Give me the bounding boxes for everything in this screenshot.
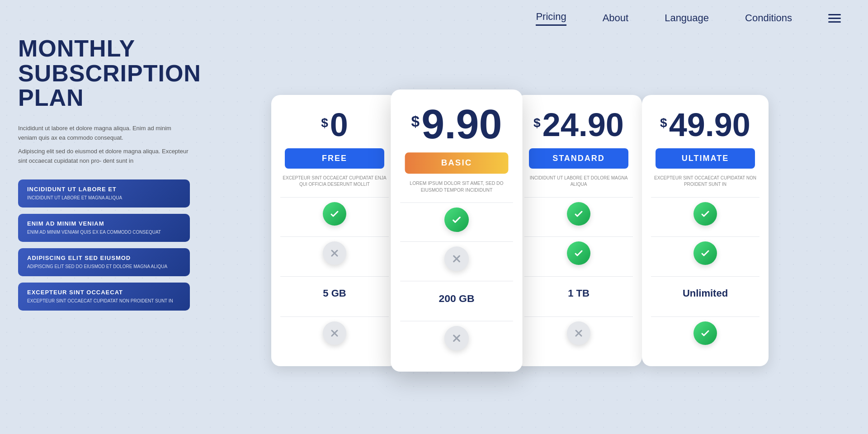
check-no-icon bbox=[323, 241, 346, 265]
price-dollar-0: $ bbox=[321, 116, 328, 130]
feature-row-3-0 bbox=[651, 197, 760, 230]
feature-desc-4: EXCEPTEUR SINT OCCAECAT CUPIDATAT NON PR… bbox=[27, 298, 181, 304]
feature-row-3-1 bbox=[651, 236, 760, 269]
nav-language[interactable]: Language bbox=[665, 12, 709, 24]
feature-row-3-3 bbox=[651, 316, 760, 349]
feature-row-2-3 bbox=[524, 316, 633, 349]
feature-item-1: INCIDIDUNT UT LABORE ET INCIDIDUNT UT LA… bbox=[18, 179, 190, 208]
feature-title-1: INCIDIDUNT UT LABORE ET bbox=[27, 186, 181, 193]
nav-about[interactable]: About bbox=[603, 12, 629, 24]
subtitle-1: Incididunt ut labore et dolore magna ali… bbox=[18, 124, 190, 143]
check-yes-icon bbox=[693, 241, 717, 265]
feature-title-4: EXCEPTEUR SINT OCCAECAT bbox=[27, 289, 181, 296]
check-yes-icon bbox=[444, 208, 469, 232]
feature-row-2-1 bbox=[524, 236, 633, 269]
feature-desc-1: INCIDIDUNT UT LABORE ET MAGNA ALIQUA bbox=[27, 195, 181, 201]
plan-badge-standard[interactable]: STANDARD bbox=[529, 148, 628, 169]
plans-container: $0FREEEXCEPTEUR SINT OCCAECAT CUPIDATAT … bbox=[271, 95, 769, 366]
plan-card-basic[interactable]: $9.90BASICLOREM IPSUM DOLOR SIT AMET, SE… bbox=[391, 90, 522, 372]
storage-value-0-2: 5 GB bbox=[323, 281, 346, 306]
feature-row-1-0 bbox=[400, 203, 513, 237]
plan-card-free[interactable]: $0FREEEXCEPTEUR SINT OCCAECAT CUPIDATAT … bbox=[271, 95, 398, 366]
feature-desc-3: ADIPISCING ELIT SED DO EIUSMOD ET DOLORE… bbox=[27, 264, 181, 270]
subtitle-2: Adipiscing elit sed do eiusmod et dolore… bbox=[18, 147, 190, 166]
feature-row-0-1 bbox=[280, 236, 389, 269]
storage-value-1-2: 200 GB bbox=[439, 286, 475, 311]
feature-row-3-2: Unlimited bbox=[651, 276, 760, 310]
features-rows-3: Unlimited bbox=[651, 194, 760, 353]
features-rows-0: 5 GB bbox=[280, 194, 389, 353]
price-dollar-1: $ bbox=[411, 113, 420, 130]
plan-card-ultimate[interactable]: $49.90ULTIMATEEXCEPTEUR SINT OCCAECAT CU… bbox=[642, 95, 769, 366]
feature-row-0-2: 5 GB bbox=[280, 276, 389, 310]
feature-item-2: ENIM AD MINIM VENIAM ENIM AD MINIM VENIA… bbox=[18, 214, 190, 242]
feature-row-1-2: 200 GB bbox=[400, 281, 513, 316]
plan-badge-free[interactable]: FREE bbox=[285, 148, 384, 169]
feature-row-0-0 bbox=[280, 197, 389, 230]
price-area-3: $49.90 bbox=[660, 108, 750, 141]
plan-desc-0: EXCEPTEUR SINT OCCAECAT CUPIDATAT ENJA Q… bbox=[280, 175, 389, 189]
price-area-0: $0 bbox=[321, 108, 348, 141]
page-title: MONTHLYSUBSCRIPTIONPLAN bbox=[18, 36, 190, 110]
feature-row-0-3 bbox=[280, 316, 389, 349]
plan-desc-1: LOREM IPSUM DOLOR SIT AMET, SED DO EIUSM… bbox=[400, 180, 513, 195]
features-rows-1: 200 GB bbox=[400, 200, 513, 357]
check-no-icon bbox=[567, 321, 590, 345]
hamburger-menu[interactable] bbox=[828, 14, 841, 23]
price-dollar-3: $ bbox=[660, 116, 667, 130]
plan-badge-basic[interactable]: BASIC bbox=[405, 152, 509, 174]
left-section: MONTHLYSUBSCRIPTIONPLAN Incididunt ut la… bbox=[18, 36, 190, 311]
feature-item-3: ADIPISCING ELIT SED EIUSMOD ADIPISCING E… bbox=[18, 248, 190, 276]
features-rows-2: 1 TB bbox=[524, 194, 633, 353]
nav-conditions[interactable]: Conditions bbox=[745, 12, 792, 24]
feature-row-1-3 bbox=[400, 321, 513, 355]
check-no-icon bbox=[444, 326, 469, 350]
pricing-area: $0FREEEXCEPTEUR SINT OCCAECAT CUPIDATAT … bbox=[172, 36, 868, 434]
feature-list: INCIDIDUNT UT LABORE ET INCIDIDUNT UT LA… bbox=[18, 179, 190, 311]
plan-desc-2: INCIDIDUNT UT LABORE ET DOLORE MAGNA ALI… bbox=[524, 175, 633, 189]
plan-desc-3: EXCEPTEUR SINT OCCAECAT CUPIDATAT NON PR… bbox=[651, 175, 760, 189]
feature-row-2-0 bbox=[524, 197, 633, 230]
check-yes-icon bbox=[567, 241, 590, 265]
plan-badge-ultimate[interactable]: ULTIMATE bbox=[656, 148, 755, 169]
navigation: Pricing About Language Conditions bbox=[0, 0, 868, 36]
plan-card-standard[interactable]: $24.90STANDARDINCIDIDUNT UT LABORE ET DO… bbox=[515, 95, 642, 366]
storage-value-2-2: 1 TB bbox=[568, 281, 590, 306]
check-no-icon bbox=[323, 321, 346, 345]
feature-desc-2: ENIM AD MINIM VENIAM QUIS EX EA COMMODO … bbox=[27, 229, 181, 236]
price-area-1: $9.90 bbox=[411, 104, 502, 145]
check-yes-icon bbox=[323, 202, 346, 226]
check-yes-icon bbox=[693, 202, 717, 226]
price-area-2: $24.90 bbox=[533, 108, 624, 141]
feature-title-3: ADIPISCING ELIT SED EIUSMOD bbox=[27, 255, 181, 261]
feature-item-4: EXCEPTEUR SINT OCCAECAT EXCEPTEUR SINT O… bbox=[18, 283, 190, 311]
check-yes-icon bbox=[693, 321, 717, 345]
nav-pricing[interactable]: Pricing bbox=[536, 11, 566, 26]
check-yes-icon bbox=[567, 202, 590, 226]
price-amount-1: 9.90 bbox=[421, 104, 502, 145]
price-amount-3: 49.90 bbox=[669, 108, 750, 141]
price-dollar-2: $ bbox=[533, 116, 541, 130]
feature-row-2-2: 1 TB bbox=[524, 276, 633, 310]
feature-title-2: ENIM AD MINIM VENIAM bbox=[27, 220, 181, 227]
storage-value-3-2: Unlimited bbox=[683, 281, 728, 306]
price-amount-0: 0 bbox=[330, 108, 348, 141]
feature-row-1-1 bbox=[400, 241, 513, 276]
price-amount-2: 24.90 bbox=[542, 108, 624, 141]
check-no-icon bbox=[444, 247, 469, 271]
